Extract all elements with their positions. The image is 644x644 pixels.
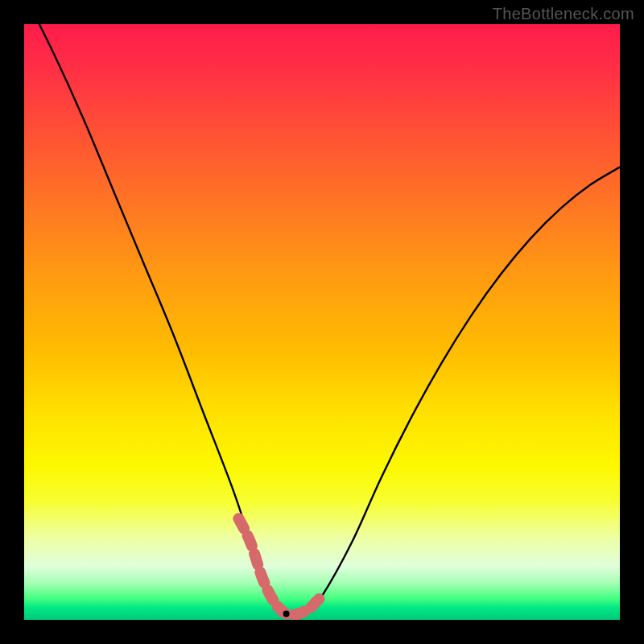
chart-container: TheBottleneck.com: [0, 0, 644, 644]
bottleneck-curve-path: [24, 24, 620, 615]
plot-area: [24, 24, 620, 620]
bottleneck-curve-svg: [24, 24, 620, 620]
optimal-highlight-path: [238, 518, 322, 615]
watermark-text: TheBottleneck.com: [493, 5, 634, 23]
minimum-point-marker: [283, 611, 290, 617]
